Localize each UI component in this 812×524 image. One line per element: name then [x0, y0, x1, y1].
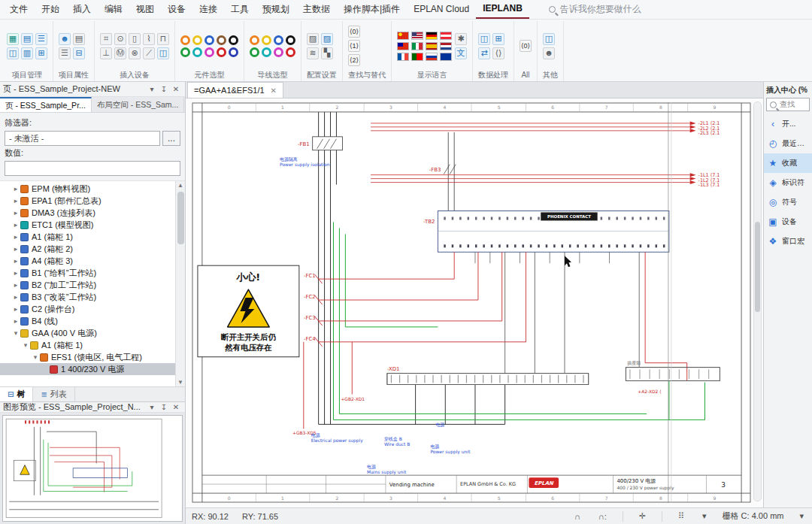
- flag-eu-icon[interactable]: [440, 53, 452, 61]
- project-add-icon[interactable]: ⊞: [35, 47, 47, 59]
- contact-icon[interactable]: ▯: [129, 33, 141, 45]
- scroll-down-icon[interactable]: ▼: [177, 379, 183, 386]
- menu-tab[interactable]: IEPLANB: [476, 0, 529, 19]
- flag-spain-icon[interactable]: [426, 42, 438, 50]
- document-tab[interactable]: =GAA+A1&EFS1/1 ✕: [187, 82, 283, 98]
- tree-item[interactable]: ▸ ETC1 (模型视图): [0, 219, 185, 231]
- tree-expander-icon[interactable]: ▸: [11, 233, 20, 241]
- language-settings-icon[interactable]: ✱: [455, 33, 467, 45]
- ring-red-icon[interactable]: [217, 47, 226, 57]
- pattern-icon[interactable]: ▨: [307, 33, 319, 45]
- grid-dots-icon[interactable]: ⠿: [676, 511, 686, 521]
- project-list-icon[interactable]: ☰: [35, 33, 47, 45]
- tree-expander-icon[interactable]: ▸: [11, 305, 20, 313]
- tree-item[interactable]: ▸ C2 (操作台): [0, 303, 185, 315]
- insert-center-item[interactable]: ❖ 窗口宏: [764, 232, 812, 251]
- ring-navy-icon[interactable]: [229, 47, 238, 57]
- tree-expander-icon[interactable]: ▸: [11, 257, 20, 265]
- flag-netherlands-icon[interactable]: [440, 42, 452, 50]
- tree-item[interactable]: ▸ B1 (“给料”工作站): [0, 267, 185, 279]
- data-import-icon[interactable]: ⊞: [492, 33, 504, 45]
- ring-orange-icon[interactable]: [180, 35, 190, 45]
- data-sync-icon[interactable]: ⇄: [478, 47, 490, 59]
- flag-germany-icon[interactable]: [426, 32, 438, 40]
- close-icon[interactable]: ✕: [271, 86, 277, 95]
- menu-tab[interactable]: 文件: [3, 1, 35, 18]
- menu-tab[interactable]: 连接: [192, 1, 224, 18]
- close-icon[interactable]: ✕: [170, 403, 182, 411]
- grid-size-label[interactable]: 栅格 C: 4.00 mm: [723, 510, 784, 522]
- ring-black-icon[interactable]: [229, 35, 238, 45]
- menu-tab[interactable]: EPLAN Cloud: [407, 1, 476, 18]
- menu-tab[interactable]: 插入: [66, 1, 98, 18]
- insert-center-item[interactable]: ◴ 最近一...: [764, 134, 812, 153]
- find-1-icon[interactable]: ⟨1⟩: [348, 40, 360, 52]
- menu-tab[interactable]: 主数据: [296, 1, 337, 18]
- waves-icon[interactable]: ≋: [307, 47, 319, 59]
- box-icon[interactable]: ◫: [157, 47, 169, 59]
- value-input[interactable]: [5, 161, 180, 176]
- tree-item[interactable]: ▾ GAA (400 V 电源): [0, 327, 185, 339]
- terminal-icon[interactable]: ⌗: [100, 33, 112, 45]
- filter-select[interactable]: - 未激活 -: [5, 131, 160, 146]
- tree-expander-icon[interactable]: ▸: [11, 293, 20, 301]
- ring-cyan-icon[interactable]: [192, 47, 202, 57]
- find-2-icon[interactable]: ⟨2⟩: [348, 54, 360, 66]
- wire-red-icon[interactable]: [286, 47, 295, 57]
- bottom-tab[interactable]: ≣ 列表: [33, 387, 74, 401]
- tree-item[interactable]: ▸ A2 (箱柜 2): [0, 243, 185, 255]
- user-icon[interactable]: ☻: [59, 33, 71, 45]
- wire-cyan-icon[interactable]: [262, 47, 271, 57]
- tree-item[interactable]: ▸ A4 (箱柜 3): [0, 255, 185, 267]
- canvas-scrollbar[interactable]: [753, 101, 762, 501]
- tree-expander-icon[interactable]: ▸: [11, 221, 20, 229]
- insert-center-search[interactable]: 查找: [766, 98, 810, 111]
- flag-portugal-icon[interactable]: [411, 53, 423, 61]
- menu-tab[interactable]: 开始: [35, 1, 66, 18]
- tree-item[interactable]: ▸ EPM (物料视图): [0, 183, 185, 195]
- insert-center-item[interactable]: ◈ 标识符: [764, 173, 812, 192]
- project-report-icon[interactable]: ▥: [21, 47, 33, 59]
- schematic-canvas[interactable]: 0123456789 0123456789: [186, 98, 763, 507]
- menu-tab[interactable]: 工具: [224, 1, 256, 18]
- flag-austria-icon[interactable]: [440, 32, 452, 40]
- tree-item[interactable]: ▸ A1 (箱柜 1): [0, 231, 185, 243]
- tree-item[interactable]: ▾ A1 (箱柜 1): [0, 339, 185, 351]
- preview-thumbnail[interactable]: [0, 413, 185, 524]
- insert-center-item[interactable]: ★ 收藏: [764, 153, 812, 173]
- insert-center-item[interactable]: ‹ 开...: [764, 114, 812, 134]
- project-grid-icon[interactable]: ▦: [7, 33, 19, 45]
- flag-russia-icon[interactable]: [426, 53, 438, 61]
- pin-icon[interactable]: ↧: [158, 85, 170, 93]
- menu-tab[interactable]: 编辑: [98, 1, 129, 18]
- ring-green-icon[interactable]: [180, 47, 190, 57]
- info-list-icon[interactable]: ☰: [59, 47, 71, 59]
- switch-icon[interactable]: ⟋: [143, 47, 155, 59]
- pages-tab[interactable]: 布局空间 - ESS_Sam...: [92, 97, 185, 112]
- cable-icon[interactable]: ⌇: [143, 33, 155, 45]
- tree-item[interactable]: ▸ DMA3 (连接列表): [0, 207, 185, 219]
- tree-expander-icon[interactable]: ▸: [11, 197, 20, 204]
- tree-expander-icon[interactable]: ▸: [11, 317, 20, 325]
- tree-expander-icon[interactable]: ▾: [11, 329, 20, 337]
- tree-expander-icon[interactable]: ▸: [11, 281, 20, 289]
- tree-expander-icon[interactable]: ▸: [11, 209, 20, 217]
- ring-brown-icon[interactable]: [217, 35, 226, 45]
- tree-expander-icon[interactable]: ▸: [11, 269, 20, 277]
- tree-item[interactable]: ▸ B3 (“改装”工作站): [0, 291, 185, 303]
- canvas-scroll-thumb[interactable]: [755, 222, 760, 312]
- tree-expander-icon[interactable]: ▾: [31, 353, 40, 361]
- pattern2-icon[interactable]: ▚: [321, 47, 333, 59]
- project-table-icon[interactable]: ▤: [21, 33, 33, 45]
- snap-icon[interactable]: ∩: [572, 512, 583, 521]
- pattern-blue-icon[interactable]: ▨: [321, 33, 333, 45]
- wire-black-icon[interactable]: [286, 35, 295, 45]
- page-tree[interactable]: ▸ EPM (物料视图) ▸ EPA1 (部件汇总表) ▸ DMA3 (连接列表…: [0, 181, 185, 386]
- bottom-tab[interactable]: ⊟ 树: [0, 387, 33, 401]
- tree-expander-icon[interactable]: ▾: [21, 341, 30, 349]
- structure-icon[interactable]: ⊟: [73, 47, 85, 59]
- schematic-drawing[interactable]: 0123456789 0123456789: [192, 102, 751, 503]
- menu-tab[interactable]: 操作脚本|插件: [337, 1, 407, 18]
- insert-center-item[interactable]: ◎ 符号: [764, 192, 812, 212]
- ring-yellow-icon[interactable]: [192, 35, 202, 45]
